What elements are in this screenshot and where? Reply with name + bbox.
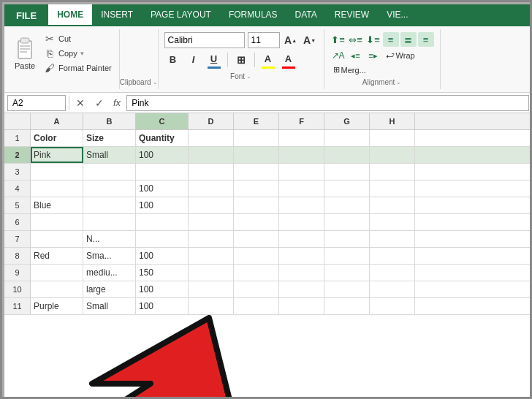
row-number[interactable]: 2 [4, 147, 31, 163]
list-item[interactable] [370, 248, 415, 264]
list-item[interactable] [234, 147, 279, 163]
list-item[interactable] [324, 231, 370, 247]
list-item[interactable]: 100 [136, 298, 189, 314]
list-item[interactable] [370, 197, 415, 213]
list-item[interactable] [324, 130, 370, 146]
list-item[interactable] [370, 214, 415, 230]
list-item[interactable]: 100 [136, 281, 189, 297]
list-item[interactable] [189, 147, 234, 163]
list-item[interactable]: 100 [136, 180, 189, 197]
list-item[interactable] [370, 265, 415, 281]
list-item[interactable]: 100 [136, 147, 189, 163]
font-grow-button[interactable]: A▲ [283, 32, 299, 48]
list-item[interactable] [279, 130, 324, 146]
list-item[interactable]: Red [31, 248, 83, 264]
italic-button[interactable]: I [185, 52, 202, 68]
list-item[interactable] [136, 164, 189, 180]
list-item[interactable] [234, 197, 279, 213]
list-item[interactable] [136, 231, 189, 247]
list-item[interactable] [189, 298, 234, 314]
tab-insert[interactable]: INSERT [92, 4, 142, 26]
col-header-h[interactable]: H [370, 113, 415, 129]
list-item[interactable] [324, 281, 370, 297]
list-item[interactable] [370, 164, 415, 180]
list-item[interactable] [279, 164, 324, 180]
list-item[interactable] [324, 180, 370, 197]
list-item[interactable] [31, 281, 83, 297]
list-item[interactable] [279, 197, 324, 213]
list-item[interactable] [234, 281, 279, 297]
list-item[interactable]: 150 [136, 265, 189, 281]
list-item[interactable] [189, 248, 234, 264]
tab-review[interactable]: REVIEW [326, 4, 378, 26]
list-item[interactable]: Size [83, 130, 136, 146]
indent-dec-button[interactable]: ◂≡ [348, 48, 364, 63]
list-item[interactable] [234, 180, 279, 197]
list-item[interactable]: large [83, 281, 136, 297]
list-item[interactable]: Sma... [83, 248, 136, 264]
align-center-button[interactable]: ≣ [400, 32, 417, 47]
list-item[interactable] [279, 248, 324, 264]
col-header-b[interactable]: B [83, 113, 136, 129]
cell-reference-input[interactable] [7, 95, 66, 111]
list-item[interactable] [279, 180, 324, 197]
list-item[interactable] [189, 180, 234, 197]
list-item[interactable]: Purple [31, 298, 83, 314]
list-item[interactable] [324, 265, 370, 281]
list-item[interactable] [324, 164, 370, 180]
list-item[interactable] [31, 164, 83, 180]
list-item[interactable] [234, 265, 279, 281]
tab-page-layout[interactable]: PAGE LAYOUT [142, 4, 220, 26]
row-number[interactable]: 10 [4, 281, 31, 297]
align-top-button[interactable]: ⬆≡ [330, 32, 346, 47]
row-number[interactable]: 11 [4, 298, 31, 314]
list-item[interactable] [83, 164, 136, 180]
list-item[interactable] [136, 214, 189, 230]
clipboard-expand-icon[interactable]: ⌄ [153, 79, 158, 86]
list-item[interactable] [31, 214, 83, 230]
list-item[interactable] [324, 214, 370, 230]
align-middle-button[interactable]: ⇔≡ [348, 32, 364, 47]
fill-color-button[interactable]: A [259, 50, 277, 66]
list-item[interactable] [189, 197, 234, 213]
list-item[interactable]: Small [83, 147, 136, 163]
tab-data[interactable]: DATA [286, 4, 326, 26]
list-item[interactable] [370, 231, 415, 247]
row-number[interactable]: 7 [4, 231, 31, 247]
underline-button[interactable]: U [205, 50, 223, 66]
cut-button[interactable]: ✂ Cut [41, 32, 115, 45]
formula-input[interactable] [126, 95, 529, 111]
col-header-e[interactable]: E [234, 113, 279, 129]
wrap-button[interactable]: ⮐ Wrap [383, 48, 418, 63]
col-header-d[interactable]: D [189, 113, 234, 129]
tab-view[interactable]: VIE... [378, 4, 417, 26]
list-item[interactable] [324, 197, 370, 213]
tab-home[interactable]: HOME [48, 4, 92, 26]
font-shrink-button[interactable]: A▼ [302, 32, 318, 48]
list-item[interactable]: Blue [31, 197, 83, 213]
formula-confirm-button[interactable]: ✓ [91, 95, 107, 111]
list-item[interactable] [83, 180, 136, 197]
list-item[interactable] [83, 214, 136, 230]
list-item[interactable] [234, 214, 279, 230]
tab-formulas[interactable]: FORMULAS [220, 4, 286, 26]
list-item[interactable] [370, 180, 415, 197]
list-item[interactable] [279, 265, 324, 281]
row-number[interactable]: 6 [4, 214, 31, 230]
list-item[interactable]: Quantity [136, 130, 189, 146]
font-color-button[interactable]: A [280, 50, 297, 66]
list-item[interactable] [279, 281, 324, 297]
align-right-button[interactable]: ≡ [418, 32, 434, 47]
row-number[interactable]: 1 [4, 130, 31, 146]
list-item[interactable] [234, 248, 279, 264]
bold-button[interactable]: B [164, 52, 182, 68]
col-header-g[interactable]: G [324, 113, 370, 129]
orient-button[interactable]: ↗A [330, 48, 346, 63]
list-item[interactable] [189, 265, 234, 281]
list-item[interactable] [370, 130, 415, 146]
indent-inc-button[interactable]: ≡▸ [365, 48, 381, 63]
list-item[interactable] [279, 298, 324, 314]
list-item[interactable]: 100 [136, 197, 189, 213]
font-expand-icon[interactable]: ⌄ [246, 73, 251, 80]
list-item[interactable] [279, 214, 324, 230]
